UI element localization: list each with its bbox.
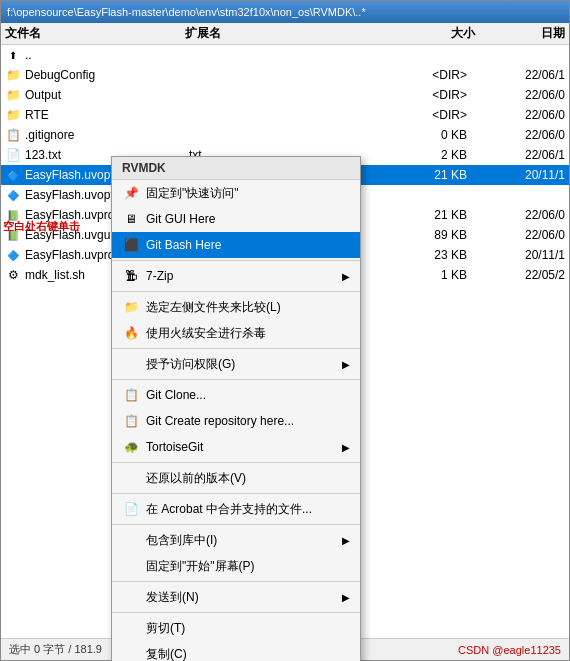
menu-item-git-create[interactable]: 📋 Git Create repository here...	[112, 408, 360, 434]
menu-item-antivirus[interactable]: 🔥 使用火绒安全进行杀毒	[112, 320, 360, 346]
menu-item-label: TortoiseGit	[146, 440, 342, 454]
file-name: DebugConfig	[25, 68, 189, 82]
sh-icon	[5, 267, 21, 283]
pin-start-icon	[122, 557, 140, 575]
menu-separator	[112, 612, 360, 613]
create-repo-icon: 📋	[122, 412, 140, 430]
title-bar: f:\opensource\EasyFlash-master\demo\env\…	[1, 1, 569, 23]
menu-item-7zip[interactable]: 🗜 7-Zip ▶	[112, 263, 360, 289]
context-menu: RVMDK 📌 固定到"快速访问" 🖥 Git GUI Here ⬛ Git B…	[111, 156, 361, 661]
file-date: 22/06/1	[475, 68, 565, 82]
file-size: 89 KB	[405, 228, 475, 242]
submenu-arrow: ▶	[342, 271, 350, 282]
menu-item-label: 在 Acrobat 中合并支持的文件...	[146, 501, 350, 518]
menu-item-git-bash[interactable]: ⬛ Git Bash Here	[112, 232, 360, 258]
table-row[interactable]: RTE <DIR> 22/06/0	[1, 105, 569, 125]
menu-item-label: 剪切(T)	[146, 620, 350, 637]
menu-item-label: Git GUI Here	[146, 212, 350, 226]
file-date: 22/06/0	[475, 108, 565, 122]
menu-item-git-gui[interactable]: 🖥 Git GUI Here	[112, 206, 360, 232]
menu-item-label: Git Clone...	[146, 388, 350, 402]
7zip-icon: 🗜	[122, 267, 140, 285]
file-size: 21 KB	[405, 208, 475, 222]
menu-item-tortoise[interactable]: 🐢 TortoiseGit ▶	[112, 434, 360, 460]
menu-item-label: 使用火绒安全进行杀毒	[146, 325, 350, 342]
menu-item-cut[interactable]: 剪切(T)	[112, 615, 360, 641]
menu-item-git-clone[interactable]: 📋 Git Clone...	[112, 382, 360, 408]
submenu-arrow: ▶	[342, 592, 350, 603]
csdn-badge: CSDN @eagle11235	[458, 644, 561, 656]
menu-item-select-left[interactable]: 📁 选定左侧文件夹来比较(L)	[112, 294, 360, 320]
copy-icon	[122, 645, 140, 661]
send-to-icon	[122, 588, 140, 606]
file-list-header: 文件名 扩展名 大小 日期	[1, 23, 569, 45]
table-row[interactable]: .gitignore 0 KB 22/06/0	[1, 125, 569, 145]
menu-item-pin-start[interactable]: 固定到"开始"屏幕(P)	[112, 553, 360, 579]
col-name-header: 文件名	[5, 26, 41, 40]
menu-item-include[interactable]: 包含到库中(I) ▶	[112, 527, 360, 553]
menu-item-label: 发送到(N)	[146, 589, 342, 606]
menu-separator	[112, 493, 360, 494]
file-date: 22/05/2	[475, 268, 565, 282]
menu-item-label: 7-Zip	[146, 269, 342, 283]
acrobat-icon: 📄	[122, 500, 140, 518]
menu-item-label: 选定左侧文件夹来比较(L)	[146, 299, 350, 316]
file-size: 2 KB	[405, 148, 475, 162]
menu-item-copy[interactable]: 复制(C)	[112, 641, 360, 661]
menu-separator	[112, 291, 360, 292]
menu-item-label: 固定到"开始"屏幕(P)	[146, 558, 350, 575]
submenu-arrow: ▶	[342, 535, 350, 546]
file-size: 0 KB	[405, 128, 475, 142]
file-size: 1 KB	[405, 268, 475, 282]
file-date: 22/06/0	[475, 88, 565, 102]
table-row[interactable]: ⬆ ..	[1, 45, 569, 65]
file-name: .gitignore	[25, 128, 189, 142]
file-size: 21 KB	[405, 168, 475, 182]
file-date: 20/11/1	[475, 168, 565, 182]
menu-item-grant-access[interactable]: 授予访问权限(G) ▶	[112, 351, 360, 377]
clone-icon: 📋	[122, 386, 140, 404]
menu-item-label: Git Create repository here...	[146, 414, 350, 428]
fire-icon: 🔥	[122, 324, 140, 342]
menu-item-revert[interactable]: 还原以前的版本(V)	[112, 465, 360, 491]
menu-item-label: 授予访问权限(G)	[146, 356, 342, 373]
status-selection: 选中 0 字节 / 181.9	[9, 642, 102, 657]
menu-separator	[112, 524, 360, 525]
table-row[interactable]: Output <DIR> 22/06/0	[1, 85, 569, 105]
menu-item-label: 还原以前的版本(V)	[146, 470, 350, 487]
submenu-arrow: ▶	[342, 442, 350, 453]
file-name: Output	[25, 88, 189, 102]
file-size: <DIR>	[405, 88, 475, 102]
menu-separator	[112, 379, 360, 380]
col-size-header: 大小	[451, 26, 475, 40]
file-date: 22/06/0	[475, 208, 565, 222]
menu-item-acrobat[interactable]: 📄 在 Acrobat 中合并支持的文件...	[112, 496, 360, 522]
annotation-label: 空白处右键单击	[3, 219, 80, 234]
file-date: 22/06/0	[475, 128, 565, 142]
col-ext-header: 扩展名	[185, 26, 221, 40]
git-bash-icon: ⬛	[122, 236, 140, 254]
file-name: ..	[25, 48, 189, 62]
file-size: 23 KB	[405, 248, 475, 262]
menu-item-label: Git Bash Here	[146, 238, 350, 252]
file-size: <DIR>	[405, 108, 475, 122]
menu-item-pin-quick[interactable]: 📌 固定到"快速访问"	[112, 180, 360, 206]
file-size: <DIR>	[405, 68, 475, 82]
pin-icon: 📌	[122, 184, 140, 202]
file-date: 22/06/1	[475, 148, 565, 162]
menu-item-send-to[interactable]: 发送到(N) ▶	[112, 584, 360, 610]
folder-icon	[5, 107, 21, 123]
tortoise-icon: 🐢	[122, 438, 140, 456]
table-row[interactable]: DebugConfig <DIR> 22/06/1	[1, 65, 569, 85]
menu-separator	[112, 581, 360, 582]
menu-separator	[112, 348, 360, 349]
file-name: RTE	[25, 108, 189, 122]
access-icon	[122, 355, 140, 373]
col-date-header: 日期	[541, 26, 565, 40]
folder-icon	[5, 87, 21, 103]
menu-separator	[112, 462, 360, 463]
file-date: 22/06/0	[475, 228, 565, 242]
folder-compare-icon: 📁	[122, 298, 140, 316]
title-path: f:\opensource\EasyFlash-master\demo\env\…	[7, 6, 366, 18]
menu-item-label: 固定到"快速访问"	[146, 185, 350, 202]
